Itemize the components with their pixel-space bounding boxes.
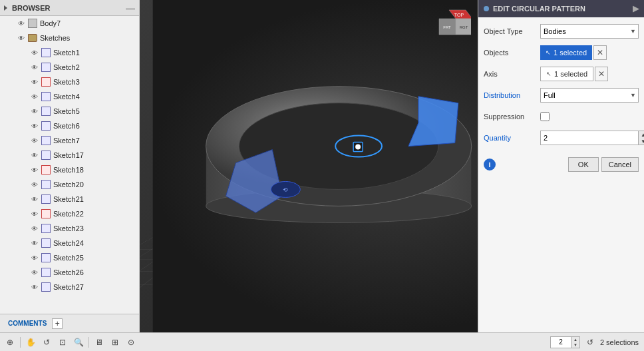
- sidebar-item-sketch23[interactable]: 👁 Sketch23: [27, 221, 139, 236]
- sidebar-item-sketch6[interactable]: 👁 Sketch6: [27, 119, 139, 133]
- expand-icon[interactable]: [4, 5, 9, 11]
- sketch21-label: Sketch21: [53, 195, 84, 203]
- sidebar: BROWSER — 👁 Body7 👁 Sketches 👁 Sketch1: [0, 0, 140, 332]
- axis-clear-button[interactable]: ✕: [595, 67, 608, 81]
- visibility-icon[interactable]: 👁: [29, 77, 40, 87]
- axis-label: Axis: [484, 70, 540, 78]
- objects-selected-text: 1 selected: [554, 49, 587, 57]
- object-type-label: Object Type: [484, 27, 540, 35]
- panel-header-left: EDIT CIRCULAR PATTERN: [484, 5, 585, 13]
- visibility-icon[interactable]: 👁: [29, 252, 40, 263]
- visibility-icon[interactable]: 👁: [29, 179, 40, 190]
- comments-label: COMMENTS: [8, 320, 47, 327]
- viewport[interactable]: ⟲ TOP FRT RGT: [140, 0, 644, 332]
- sketch-icon-red: [41, 77, 51, 87]
- visibility-icon[interactable]: 👁: [29, 150, 40, 161]
- visibility-icon[interactable]: 👁: [29, 121, 40, 131]
- nav-cube-svg: TOP FRT RGT: [428, 3, 471, 47]
- sidebar-item-sketch3[interactable]: 👁 Sketch3: [27, 75, 139, 89]
- cancel-button[interactable]: Cancel: [601, 157, 639, 172]
- visibility-icon[interactable]: 👁: [29, 135, 40, 146]
- visibility-icon[interactable]: 👁: [29, 267, 40, 278]
- quantity-input[interactable]: 2: [541, 131, 638, 145]
- sidebar-item-sketch27[interactable]: 👁 Sketch27: [27, 280, 139, 294]
- footer-buttons: OK Cancel: [568, 157, 639, 172]
- objects-clear-button[interactable]: ✕: [593, 45, 607, 60]
- sidebar-close-icon[interactable]: —: [126, 3, 135, 13]
- sidebar-item-sketch26[interactable]: 👁 Sketch26: [27, 265, 139, 280]
- separator: [20, 337, 21, 348]
- sidebar-footer: COMMENTS +: [0, 314, 139, 332]
- visibility-icon[interactable]: 👁: [29, 208, 40, 219]
- sidebar-item-sketch17[interactable]: 👁 Sketch17: [27, 148, 139, 163]
- visibility-icon[interactable]: 👁: [29, 238, 40, 248]
- objects-selected-button[interactable]: ↖ 1 selected: [540, 45, 592, 60]
- visibility-icon[interactable]: 👁: [29, 223, 40, 234]
- sketch-icon-red: [41, 209, 51, 218]
- tool-display-button[interactable]: 🖥: [92, 336, 106, 349]
- sidebar-item-sketch24[interactable]: 👁 Sketch24: [27, 236, 139, 250]
- visibility-icon[interactable]: 👁: [16, 33, 27, 43]
- sidebar-item-sketch4[interactable]: 👁 Sketch4: [27, 89, 139, 104]
- sidebar-item-sketch5[interactable]: 👁 Sketch5: [27, 104, 139, 119]
- sidebar-item-body7[interactable]: 👁 Body7: [13, 16, 139, 31]
- separator: [88, 337, 89, 348]
- info-symbol: i: [488, 161, 490, 169]
- object-type-select-wrapper: Bodies Features Faces ▼: [540, 24, 639, 39]
- tool-zoom-extents-button[interactable]: ⊡: [55, 336, 70, 349]
- quantity-increment-button[interactable]: ▲: [639, 131, 644, 138]
- info-icon[interactable]: i: [484, 159, 496, 171]
- tool-orbit-button[interactable]: ↺: [39, 336, 54, 349]
- sketches-label: Sketches: [40, 34, 70, 42]
- sidebar-item-sketches[interactable]: 👁 Sketches: [13, 31, 139, 45]
- tool-snap-button[interactable]: ⊙: [124, 336, 138, 349]
- visibility-icon[interactable]: 👁: [29, 194, 40, 204]
- sidebar-item-sketch21[interactable]: 👁 Sketch21: [27, 192, 139, 206]
- object-type-select[interactable]: Bodies Features Faces: [540, 24, 639, 39]
- visibility-icon[interactable]: 👁: [16, 18, 27, 29]
- sidebar-header: BROWSER —: [0, 0, 139, 16]
- tool-pan-button[interactable]: ✋: [23, 336, 38, 349]
- sketch2-label: Sketch2: [53, 63, 80, 71]
- distribution-select[interactable]: Full Symmetric: [540, 88, 639, 103]
- visibility-icon[interactable]: 👁: [29, 106, 40, 117]
- visibility-icon[interactable]: 👁: [29, 165, 40, 175]
- add-comment-button[interactable]: +: [52, 318, 63, 329]
- sidebar-item-sketch25[interactable]: 👁 Sketch25: [27, 250, 139, 265]
- zoom-decrement-button[interactable]: ▼: [571, 342, 579, 348]
- axis-cursor-icon: ↖: [546, 71, 552, 77]
- sidebar-item-sketch7[interactable]: 👁 Sketch7: [27, 133, 139, 148]
- tool-origin-button[interactable]: ⊕: [3, 336, 17, 349]
- sidebar-item-sketch22[interactable]: 👁 Sketch22: [27, 206, 139, 221]
- svg-text:FRT: FRT: [443, 25, 451, 29]
- distribution-row: Distribution Full Symmetric ▼: [484, 87, 639, 104]
- sidebar-header-left: BROWSER: [4, 4, 50, 12]
- visibility-icon[interactable]: 👁: [29, 91, 40, 102]
- sketch6-label: Sketch6: [53, 122, 80, 130]
- tool-zoom-button[interactable]: 🔍: [71, 336, 86, 349]
- sketch-icon: [41, 282, 51, 292]
- sidebar-item-sketch18[interactable]: 👁 Sketch18: [27, 163, 139, 177]
- zoom-input[interactable]: [551, 337, 571, 348]
- ok-button[interactable]: OK: [568, 157, 599, 172]
- panel-expand-icon[interactable]: ▶: [633, 4, 639, 13]
- sidebar-item-sketch20[interactable]: 👁 Sketch20: [27, 177, 139, 192]
- visibility-icon[interactable]: 👁: [29, 62, 40, 73]
- tool-grid-button[interactable]: ⊞: [108, 336, 122, 349]
- svg-point-10: [355, 145, 361, 150]
- sketch1-label: Sketch1: [53, 49, 80, 57]
- nav-cube[interactable]: TOP FRT RGT: [428, 3, 471, 47]
- sidebar-item-sketch2[interactable]: 👁 Sketch2: [27, 60, 139, 75]
- panel: EDIT CIRCULAR PATTERN ▶ Object Type Bodi…: [478, 0, 644, 332]
- objects-row: Objects ↖ 1 selected ✕: [484, 44, 639, 61]
- quantity-input-group: 2 ▲ ▼: [540, 131, 644, 145]
- visibility-icon[interactable]: 👁: [29, 47, 40, 58]
- sidebar-item-sketch1[interactable]: 👁 Sketch1: [27, 45, 139, 60]
- sketch5-label: Sketch5: [53, 107, 80, 115]
- tool-refresh-button[interactable]: ↺: [583, 336, 597, 349]
- quantity-decrement-button[interactable]: ▼: [639, 138, 644, 145]
- suppression-checkbox[interactable]: [540, 112, 550, 121]
- visibility-icon[interactable]: 👁: [29, 282, 40, 292]
- axis-selected-text: 1 selected: [554, 70, 587, 78]
- zoom-increment-button[interactable]: ▲: [571, 337, 579, 342]
